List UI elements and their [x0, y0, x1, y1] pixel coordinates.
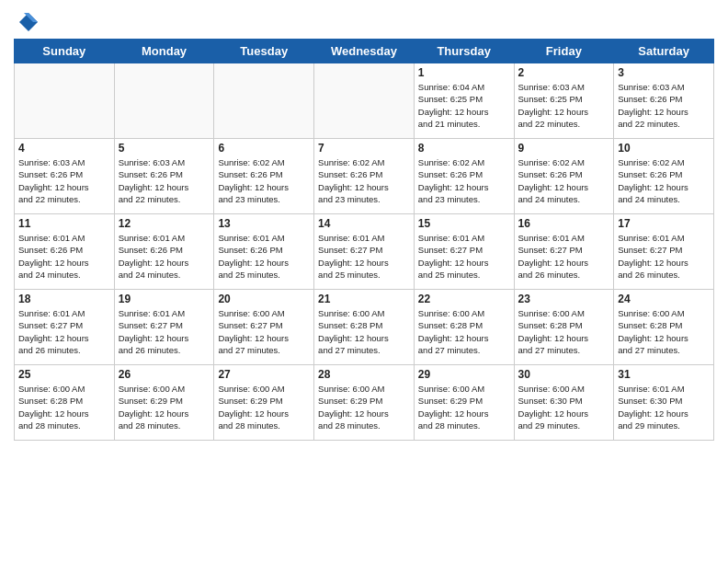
- calendar-cell: 2Sunrise: 6:03 AM Sunset: 6:25 PM Daylig…: [514, 63, 614, 139]
- calendar-cell: 17Sunrise: 6:01 AM Sunset: 6:27 PM Dayli…: [614, 214, 714, 290]
- day-info: Sunrise: 6:00 AM Sunset: 6:28 PM Dayligh…: [318, 307, 410, 356]
- day-number: 7: [318, 142, 410, 155]
- day-number: 10: [618, 142, 710, 155]
- day-info: Sunrise: 6:02 AM Sunset: 6:26 PM Dayligh…: [218, 156, 310, 205]
- calendar-cell: 7Sunrise: 6:02 AM Sunset: 6:26 PM Daylig…: [314, 139, 415, 214]
- day-info: Sunrise: 6:04 AM Sunset: 6:25 PM Dayligh…: [418, 81, 510, 130]
- day-info: Sunrise: 6:01 AM Sunset: 6:27 PM Dayligh…: [318, 232, 410, 281]
- calendar-header-tuesday: Tuesday: [214, 40, 314, 63]
- day-info: Sunrise: 6:02 AM Sunset: 6:26 PM Dayligh…: [518, 156, 610, 205]
- calendar-week-1: 1Sunrise: 6:04 AM Sunset: 6:25 PM Daylig…: [15, 63, 714, 139]
- calendar-cell: 23Sunrise: 6:00 AM Sunset: 6:28 PM Dayli…: [514, 290, 614, 365]
- day-info: Sunrise: 6:00 AM Sunset: 6:29 PM Dayligh…: [119, 383, 210, 431]
- calendar-cell: 18Sunrise: 6:01 AM Sunset: 6:27 PM Dayli…: [15, 290, 115, 365]
- calendar-cell: 15Sunrise: 6:01 AM Sunset: 6:27 PM Dayli…: [414, 214, 514, 290]
- day-info: Sunrise: 6:03 AM Sunset: 6:26 PM Dayligh…: [119, 156, 210, 205]
- calendar-week-3: 11Sunrise: 6:01 AM Sunset: 6:26 PM Dayli…: [15, 214, 714, 290]
- day-number: 24: [618, 293, 710, 305]
- calendar-cell: 25Sunrise: 6:00 AM Sunset: 6:28 PM Dayli…: [15, 365, 115, 441]
- day-info: Sunrise: 6:01 AM Sunset: 6:27 PM Dayligh…: [119, 307, 210, 356]
- day-info: Sunrise: 6:00 AM Sunset: 6:28 PM Dayligh…: [518, 307, 610, 356]
- calendar-cell: 6Sunrise: 6:02 AM Sunset: 6:26 PM Daylig…: [214, 139, 314, 214]
- day-info: Sunrise: 6:03 AM Sunset: 6:26 PM Dayligh…: [618, 81, 710, 130]
- day-info: Sunrise: 6:01 AM Sunset: 6:27 PM Dayligh…: [618, 232, 710, 281]
- day-number: 29: [418, 368, 510, 381]
- calendar-cell: 29Sunrise: 6:00 AM Sunset: 6:29 PM Dayli…: [414, 365, 514, 441]
- day-info: Sunrise: 6:03 AM Sunset: 6:26 PM Dayligh…: [18, 156, 110, 205]
- calendar-cell: [15, 63, 115, 139]
- day-info: Sunrise: 6:01 AM Sunset: 6:30 PM Dayligh…: [618, 383, 710, 431]
- logo-icon: [14, 9, 40, 35]
- calendar-cell: 10Sunrise: 6:02 AM Sunset: 6:26 PM Dayli…: [614, 139, 714, 214]
- header: [14, 9, 714, 35]
- calendar-header-friday: Friday: [514, 40, 614, 63]
- day-number: 4: [18, 142, 110, 155]
- calendar-cell: 24Sunrise: 6:00 AM Sunset: 6:28 PM Dayli…: [614, 290, 714, 365]
- page-container: SundayMondayTuesdayWednesdayThursdayFrid…: [0, 0, 728, 450]
- calendar-cell: [214, 63, 314, 139]
- day-number: 15: [418, 217, 510, 230]
- calendar-cell: 11Sunrise: 6:01 AM Sunset: 6:26 PM Dayli…: [15, 214, 115, 290]
- calendar-cell: 20Sunrise: 6:00 AM Sunset: 6:27 PM Dayli…: [214, 290, 314, 365]
- day-number: 21: [318, 293, 410, 305]
- calendar-cell: 8Sunrise: 6:02 AM Sunset: 6:26 PM Daylig…: [414, 139, 514, 214]
- day-info: Sunrise: 6:00 AM Sunset: 6:28 PM Dayligh…: [418, 307, 510, 356]
- calendar-header-thursday: Thursday: [414, 40, 514, 63]
- day-info: Sunrise: 6:00 AM Sunset: 6:30 PM Dayligh…: [518, 383, 610, 431]
- day-number: 2: [518, 66, 610, 79]
- day-number: 6: [218, 142, 310, 155]
- day-info: Sunrise: 6:01 AM Sunset: 6:27 PM Dayligh…: [518, 232, 610, 281]
- calendar-cell: [114, 63, 214, 139]
- day-number: 30: [518, 368, 610, 381]
- day-number: 8: [418, 142, 510, 155]
- day-number: 27: [218, 368, 310, 381]
- calendar-week-4: 18Sunrise: 6:01 AM Sunset: 6:27 PM Dayli…: [15, 290, 714, 365]
- calendar-cell: 31Sunrise: 6:01 AM Sunset: 6:30 PM Dayli…: [614, 365, 714, 441]
- calendar-cell: 13Sunrise: 6:01 AM Sunset: 6:26 PM Dayli…: [214, 214, 314, 290]
- day-number: 18: [18, 293, 110, 305]
- day-number: 17: [618, 217, 710, 230]
- day-number: 12: [119, 217, 210, 230]
- day-info: Sunrise: 6:03 AM Sunset: 6:25 PM Dayligh…: [518, 81, 610, 130]
- day-number: 26: [119, 368, 210, 381]
- day-info: Sunrise: 6:01 AM Sunset: 6:26 PM Dayligh…: [119, 232, 210, 281]
- calendar-cell: 4Sunrise: 6:03 AM Sunset: 6:26 PM Daylig…: [15, 139, 115, 214]
- day-number: 5: [119, 142, 210, 155]
- day-number: 28: [318, 368, 410, 381]
- day-info: Sunrise: 6:02 AM Sunset: 6:26 PM Dayligh…: [618, 156, 710, 205]
- calendar-week-5: 25Sunrise: 6:00 AM Sunset: 6:28 PM Dayli…: [15, 365, 714, 441]
- day-info: Sunrise: 6:01 AM Sunset: 6:26 PM Dayligh…: [218, 232, 310, 281]
- calendar-cell: 16Sunrise: 6:01 AM Sunset: 6:27 PM Dayli…: [514, 214, 614, 290]
- calendar-cell: 1Sunrise: 6:04 AM Sunset: 6:25 PM Daylig…: [414, 63, 514, 139]
- calendar-cell: 22Sunrise: 6:00 AM Sunset: 6:28 PM Dayli…: [414, 290, 514, 365]
- calendar-cell: 27Sunrise: 6:00 AM Sunset: 6:29 PM Dayli…: [214, 365, 314, 441]
- calendar-cell: 14Sunrise: 6:01 AM Sunset: 6:27 PM Dayli…: [314, 214, 415, 290]
- calendar-header-saturday: Saturday: [614, 40, 714, 63]
- calendar-week-2: 4Sunrise: 6:03 AM Sunset: 6:26 PM Daylig…: [15, 139, 714, 214]
- day-info: Sunrise: 6:00 AM Sunset: 6:29 PM Dayligh…: [218, 383, 310, 431]
- day-number: 31: [618, 368, 710, 381]
- day-info: Sunrise: 6:00 AM Sunset: 6:29 PM Dayligh…: [318, 383, 410, 431]
- calendar-cell: [314, 63, 415, 139]
- day-info: Sunrise: 6:01 AM Sunset: 6:27 PM Dayligh…: [18, 307, 110, 356]
- logo: [14, 9, 43, 35]
- calendar-table: SundayMondayTuesdayWednesdayThursdayFrid…: [14, 39, 714, 441]
- calendar-cell: 28Sunrise: 6:00 AM Sunset: 6:29 PM Dayli…: [314, 365, 415, 441]
- calendar-cell: 5Sunrise: 6:03 AM Sunset: 6:26 PM Daylig…: [114, 139, 214, 214]
- day-number: 19: [119, 293, 210, 305]
- day-info: Sunrise: 6:00 AM Sunset: 6:29 PM Dayligh…: [418, 383, 510, 431]
- day-number: 3: [618, 66, 710, 79]
- calendar-header-monday: Monday: [114, 40, 214, 63]
- day-info: Sunrise: 6:01 AM Sunset: 6:27 PM Dayligh…: [418, 232, 510, 281]
- day-number: 13: [218, 217, 310, 230]
- calendar-header-row: SundayMondayTuesdayWednesdayThursdayFrid…: [15, 40, 714, 63]
- day-info: Sunrise: 6:01 AM Sunset: 6:26 PM Dayligh…: [18, 232, 110, 281]
- day-info: Sunrise: 6:02 AM Sunset: 6:26 PM Dayligh…: [318, 156, 410, 205]
- calendar-header-sunday: Sunday: [15, 40, 115, 63]
- calendar-cell: 21Sunrise: 6:00 AM Sunset: 6:28 PM Dayli…: [314, 290, 415, 365]
- day-number: 20: [218, 293, 310, 305]
- calendar-cell: 19Sunrise: 6:01 AM Sunset: 6:27 PM Dayli…: [114, 290, 214, 365]
- day-number: 1: [418, 66, 510, 79]
- day-number: 16: [518, 217, 610, 230]
- day-number: 11: [18, 217, 110, 230]
